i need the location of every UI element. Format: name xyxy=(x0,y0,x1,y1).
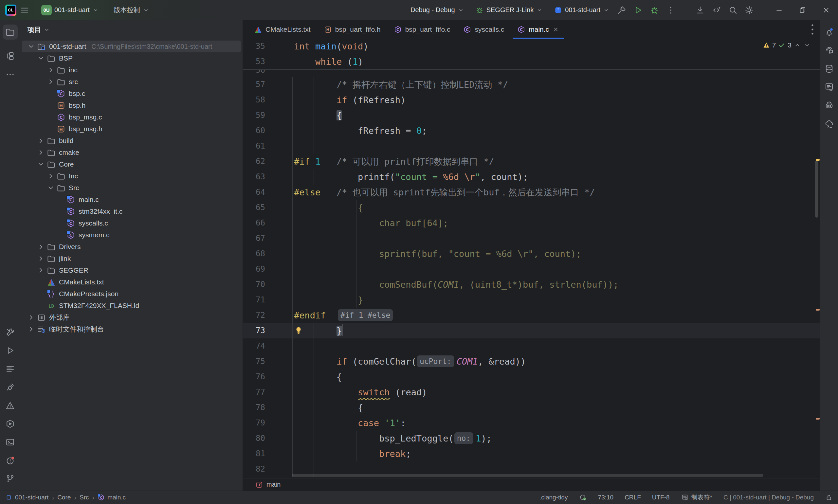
line-number[interactable]: 67 xyxy=(243,231,265,246)
status-crumb-001-std-uart[interactable]: 001-std-uart xyxy=(5,494,49,501)
line-number[interactable]: 81 xyxy=(243,446,265,462)
line-number[interactable]: 59 xyxy=(243,108,265,123)
tree-item-临时文件和控制台[interactable]: 临时文件和控制台 xyxy=(22,323,241,335)
project-widget[interactable]: 0U 001-std-uart xyxy=(37,3,103,18)
tab-bsp_uart_fifo.h[interactable]: Hbsp_uart_fifo.h xyxy=(317,20,387,39)
tree-closed-chevron-icon[interactable] xyxy=(36,136,46,145)
tree-item-sysmem.c[interactable]: C sysmem.c xyxy=(22,229,241,241)
run-button[interactable] xyxy=(630,3,646,18)
vcs-widget[interactable]: 版本控制 xyxy=(110,3,153,18)
tab-main.c[interactable]: Cmain.c xyxy=(511,20,566,39)
code-line-66[interactable]: 66 char buf[64]; xyxy=(243,215,820,231)
stripe-services[interactable] xyxy=(3,416,18,431)
build-button[interactable] xyxy=(613,3,630,18)
main-menu-button[interactable] xyxy=(16,3,33,18)
breadcrumb-item[interactable]: main xyxy=(266,481,281,488)
tree-item-stm32f4xx_it.c[interactable]: C stm32f4xx_it.c xyxy=(22,205,241,217)
code-line-70[interactable]: 70 comSendBuf(COM1, (uint8_t*)buf, strle… xyxy=(243,277,820,292)
inspections-widget[interactable]: 7 3 xyxy=(762,41,811,49)
code-health-widget[interactable] xyxy=(579,493,587,501)
status-crumb-Core[interactable]: Core xyxy=(57,494,71,501)
line-number[interactable]: 69 xyxy=(243,262,265,277)
code-line-72[interactable]: 72 #endif #if 1 #else xyxy=(243,308,820,323)
line-number[interactable]: 74 xyxy=(243,338,265,354)
code-line-58[interactable]: 58 if (fRefresh) xyxy=(243,92,820,108)
code-editor[interactable]: 35 int main(void) 53 while (1) 56 57 /* … xyxy=(243,39,820,478)
tree-item-CMakeLists.txt[interactable]: CMakeLists.txt xyxy=(22,276,241,288)
debug-button[interactable] xyxy=(646,3,662,18)
tree-item-Drivers[interactable]: Drivers xyxy=(22,241,241,253)
tree-item-bsp.c[interactable]: C bsp.c xyxy=(22,88,241,100)
code-line-68[interactable]: 68 sprintf(buf, "count = %6d \r", count)… xyxy=(243,246,820,262)
tree-item-bsp_msg.c[interactable]: C bsp_msg.c xyxy=(22,111,241,123)
code-line-63[interactable]: 63 printf("count = %6d \r", count); xyxy=(243,169,820,184)
line-number[interactable]: 60 xyxy=(243,123,265,139)
stripe-problems-circle[interactable] xyxy=(3,453,18,468)
status-crumb-Src[interactable]: Src xyxy=(79,494,89,501)
tree-closed-chevron-icon[interactable] xyxy=(46,66,55,75)
tree-closed-chevron-icon[interactable] xyxy=(36,254,46,263)
code-line-61[interactable]: 61 xyxy=(243,139,820,154)
tree-item-CMakePresets.json[interactable]: CMakePresets.json xyxy=(22,288,241,300)
stripe-more-tools[interactable] xyxy=(3,67,18,82)
tree-item-STM32F429XX_FLASH.ld[interactable]: LD STM32F429XX_FLASH.ld xyxy=(22,300,241,311)
code-line-80[interactable]: 80 bsp_LedToggle(no:1); xyxy=(243,431,820,446)
line-number[interactable]: 77 xyxy=(243,384,265,400)
run-target-selector[interactable]: 001-std-uart xyxy=(550,3,613,18)
tree-item-build[interactable]: build xyxy=(22,135,241,147)
caret-position-widget[interactable]: 73:10 xyxy=(598,494,614,501)
line-number[interactable]: 73 xyxy=(243,323,265,338)
vertical-scrollbar[interactable] xyxy=(815,160,818,218)
stripe-problems-triangle[interactable] xyxy=(3,398,18,413)
stripe-notifications-bell[interactable] xyxy=(822,24,837,40)
tree-item-cmake[interactable]: cmake xyxy=(22,147,241,158)
tree-item-001-std-uart[interactable]: 001-std-uart C:\SurfingFiles\stm32\cmake… xyxy=(22,40,241,52)
code-line-65[interactable]: 65 { xyxy=(243,200,820,215)
line-ending-widget[interactable]: CRLF xyxy=(625,494,641,501)
stripe-documentation[interactable] xyxy=(822,79,837,94)
tree-item-main.c[interactable]: C main.c xyxy=(22,194,241,205)
search-everywhere-button[interactable] xyxy=(725,3,741,18)
tree-item-SEGGER[interactable]: SEGGER xyxy=(22,265,241,276)
line-number[interactable]: 62 xyxy=(243,154,265,169)
project-panel-header[interactable]: 项目 xyxy=(20,20,243,39)
code-line-74[interactable]: 74 xyxy=(243,338,820,354)
stripe-ai-chat[interactable] xyxy=(822,43,837,58)
tree-open-chevron-icon[interactable] xyxy=(36,54,46,63)
code-line-69[interactable]: 69 xyxy=(243,262,820,277)
code-line-75[interactable]: 75 if (comGetChar(ucPort:COM1, &read)) xyxy=(243,354,820,369)
tree-item-inc[interactable]: inc xyxy=(22,64,241,76)
tab-bsp_uart_fifo.c[interactable]: Cbsp_uart_fifo.c xyxy=(387,20,457,39)
code-line-60[interactable]: 60 fRefresh = 0; xyxy=(243,123,820,139)
tree-item-bsp.h[interactable]: H bsp.h xyxy=(22,100,241,111)
chevron-up-icon[interactable] xyxy=(794,41,801,49)
tab-syscalls.c[interactable]: Csyscalls.c xyxy=(457,20,511,39)
code-line-53[interactable]: 53 while (1) xyxy=(243,54,820,69)
tree-closed-chevron-icon[interactable] xyxy=(26,313,36,322)
tree-closed-chevron-icon[interactable] xyxy=(46,172,55,181)
tree-closed-chevron-icon[interactable] xyxy=(36,266,46,275)
stripe-todo-lines[interactable] xyxy=(3,361,18,376)
line-number[interactable]: 61 xyxy=(243,139,265,154)
code-line-59[interactable]: 59 { xyxy=(243,108,820,123)
stripe-robot-plugin[interactable] xyxy=(822,98,837,113)
code-line-71[interactable]: 71 } xyxy=(243,292,820,308)
line-number[interactable]: 76 xyxy=(243,369,265,384)
tree-closed-chevron-icon[interactable] xyxy=(26,325,36,334)
status-crumb-main.c[interactable]: Cmain.c xyxy=(97,494,126,501)
download-button[interactable] xyxy=(692,3,708,18)
tree-item-BSP[interactable]: BSP xyxy=(22,52,241,64)
code-line-77[interactable]: 77 switch (read) xyxy=(243,384,820,400)
line-number[interactable]: 63 xyxy=(243,169,265,184)
code-line-78[interactable]: 78 { xyxy=(243,400,820,415)
code-line-76[interactable]: 76 { xyxy=(243,369,820,384)
tree-closed-chevron-icon[interactable] xyxy=(36,242,46,251)
tree-item-jlink[interactable]: jlink xyxy=(22,253,241,265)
tree-item-外部库[interactable]: 外部库 xyxy=(22,311,241,323)
tree-open-chevron-icon[interactable] xyxy=(26,42,36,51)
stripe-plug[interactable] xyxy=(3,380,18,395)
stripe-terminal[interactable] xyxy=(3,435,18,450)
restore-button[interactable] xyxy=(791,0,815,20)
line-number[interactable]: 78 xyxy=(243,400,265,415)
chevron-down-icon[interactable] xyxy=(803,41,811,49)
